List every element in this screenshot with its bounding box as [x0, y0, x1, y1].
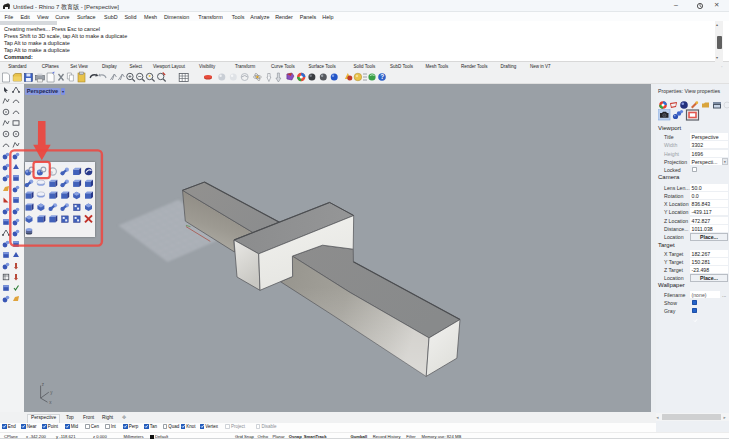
svg-text:?: ?	[380, 73, 384, 80]
svg-text:x: x	[49, 400, 52, 405]
svg-text:z: z	[42, 382, 45, 387]
svg-text:y: y	[50, 390, 53, 395]
